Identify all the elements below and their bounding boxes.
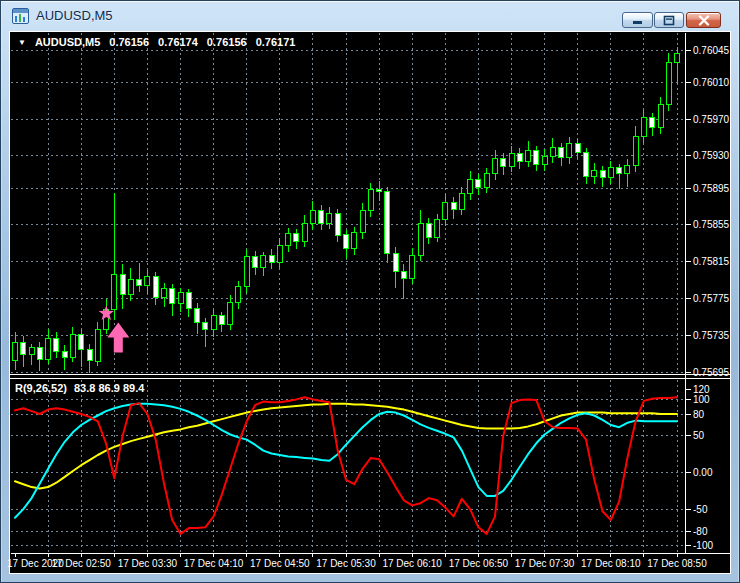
close-button[interactable]	[686, 12, 721, 28]
indicator-header: R(9,26,52) 83.8 86.9 89.4	[15, 382, 144, 394]
chart-client-area[interactable]	[9, 31, 731, 574]
header-open: 0.76156	[109, 36, 149, 48]
chart-icon	[12, 8, 29, 24]
indicator-name: R(9,26,52)	[15, 382, 67, 394]
header-symbol: AUDUSD,M5	[35, 36, 100, 48]
restore-button[interactable]	[654, 12, 684, 28]
symbol-dropdown-icon[interactable]: ▼	[18, 37, 26, 48]
restore-icon	[663, 15, 675, 26]
close-icon	[698, 15, 710, 26]
minimize-icon	[632, 15, 644, 25]
header-low: 0.76156	[207, 36, 247, 48]
title-bar[interactable]: AUDUSD,M5	[1, 1, 739, 31]
chart-ohlc-header: ▼ AUDUSD,M5 0.76156 0.76174 0.76156 0.76…	[18, 36, 295, 48]
header-close: 0.76171	[256, 36, 296, 48]
header-high: 0.76174	[158, 36, 198, 48]
minimize-button[interactable]	[622, 12, 653, 28]
indicator-values: 83.8 86.9 89.4	[74, 382, 144, 394]
window-title: AUDUSD,M5	[36, 1, 113, 31]
chart-window: AUDUSD,M5 0.760450.760100.759700.759300.…	[0, 0, 740, 583]
